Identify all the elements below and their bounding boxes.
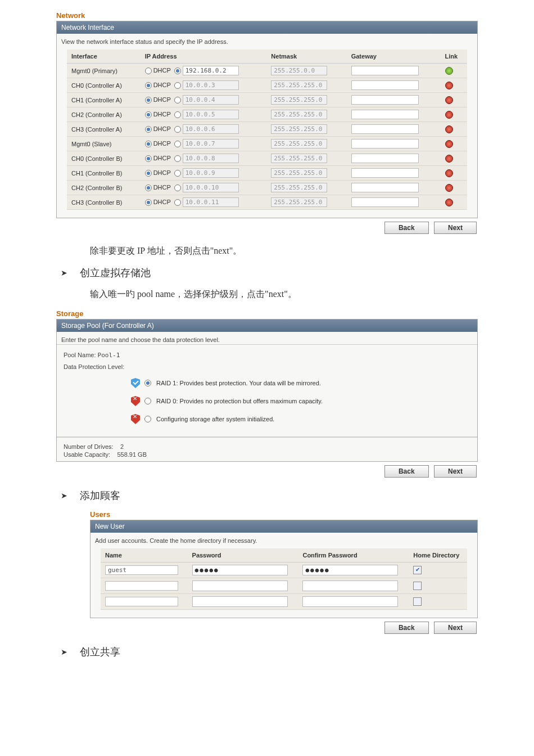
col-netmask: Netmask [266,50,346,64]
ip-input[interactable]: 10.0.0.11 [183,197,239,207]
radio-icon[interactable] [144,398,151,404]
password-cell[interactable] [188,594,298,610]
doc-bullet-1: 创立虚拟存储池 [80,266,151,280]
netmask-cell: 255.255.255.0 [266,195,346,210]
dhcp-radio[interactable] [145,68,152,74]
shield-x-icon [131,396,140,406]
col-interface: Interface [67,50,141,64]
netmask-input[interactable]: 255.255.255.0 [271,139,327,148]
netmask-input[interactable]: 255.255.255.0 [271,80,327,90]
pool-name-value[interactable]: Pool-1 [98,352,120,359]
name-cell[interactable] [101,578,188,594]
ip-input[interactable]: 10.0.0.5 [183,110,239,119]
gateway-input[interactable] [351,154,419,163]
home-directory-cell[interactable] [409,578,467,594]
next-button[interactable]: Next [434,222,477,234]
netmask-input[interactable]: 255.255.255.0 [271,124,327,134]
ip-input[interactable]: 192.168.0.2 [183,66,239,75]
gateway-input[interactable] [351,124,419,134]
gateway-input[interactable] [351,197,419,207]
configure-later-option[interactable]: Configuring storage after system initial… [131,414,470,424]
dhcp-radio[interactable] [145,155,152,162]
static-radio[interactable] [174,126,181,133]
netmask-input[interactable]: 255.255.255.0 [271,183,327,192]
dhcp-radio[interactable] [145,199,152,206]
gateway-input[interactable] [351,139,419,148]
dhcp-label: DHCP [153,125,171,132]
name-cell[interactable] [101,594,188,610]
dhcp-radio[interactable] [145,141,152,147]
back-button[interactable]: Back [384,465,429,478]
static-radio[interactable] [174,199,181,206]
dhcp-radio[interactable] [145,111,152,118]
static-radio[interactable] [174,184,181,191]
users-table: Name Password Confirm Password Home Dire… [101,548,467,610]
next-button[interactable]: Next [434,622,477,634]
gateway-input[interactable] [351,110,419,119]
password-cell[interactable] [188,578,298,594]
link-status-icon [445,111,453,119]
password-cell[interactable]: ●●●●● [188,562,298,578]
netmask-input[interactable]: 255.255.255.0 [271,110,327,119]
radio-icon[interactable] [144,380,151,386]
next-button[interactable]: Next [434,465,477,478]
gateway-input[interactable] [351,80,419,90]
gateway-input[interactable] [351,168,419,178]
netmask-input[interactable]: 255.255.255.0 [271,197,327,207]
interface-cell: CH0 (Controller B) [67,151,141,166]
checkbox-icon[interactable]: ✔ [413,566,422,574]
back-button[interactable]: Back [384,222,429,234]
name-cell[interactable]: guest [101,562,188,578]
ip-input[interactable]: 10.0.0.9 [183,168,239,178]
back-button[interactable]: Back [384,622,429,634]
radio-icon[interactable] [144,416,151,422]
dhcp-radio[interactable] [145,82,152,89]
gateway-input[interactable] [351,95,419,105]
network-heading: Network [56,11,478,20]
netmask-input[interactable]: 255.255.255.0 [271,95,327,105]
home-directory-cell[interactable] [409,594,467,610]
ip-input[interactable]: 10.0.0.10 [183,183,239,192]
shield-x-icon [131,414,140,424]
gateway-input[interactable] [351,66,419,75]
ip-input[interactable]: 10.0.0.4 [183,95,239,105]
link-cell [441,122,467,137]
raid1-option[interactable]: RAID 1: Provides best protection. Your d… [131,378,470,388]
link-status-icon [445,125,453,133]
confirm-password-cell[interactable] [298,594,409,610]
confirm-password-cell[interactable]: ●●●●● [298,562,409,578]
static-radio[interactable] [174,170,181,177]
interface-cell: CH3 (Controller A) [67,122,141,137]
static-radio[interactable] [174,97,181,104]
checkbox-icon[interactable] [413,582,422,590]
netmask-input[interactable]: 255.255.255.0 [271,154,327,163]
gateway-cell [347,195,441,210]
col-name: Name [101,548,188,562]
static-radio[interactable] [174,155,181,162]
ip-input[interactable]: 10.0.0.3 [183,80,239,90]
netmask-input[interactable]: 255.255.0.0 [271,66,327,75]
static-radio[interactable] [174,111,181,118]
dhcp-radio[interactable] [145,184,152,191]
dhcp-label: DHCP [153,169,171,176]
confirm-password-cell[interactable] [298,578,409,594]
ip-input[interactable]: 10.0.0.8 [183,154,239,163]
static-radio[interactable] [174,141,181,147]
static-radio[interactable] [174,82,181,89]
link-cell [441,93,467,107]
dhcp-radio[interactable] [145,97,152,104]
ip-input[interactable]: 10.0.0.7 [183,139,239,148]
raid0-option[interactable]: RAID 0: Provides no protection but offer… [131,396,470,406]
storage-subtext: Enter the pool name and choose the data … [57,332,477,344]
dhcp-radio[interactable] [145,170,152,177]
ip-input[interactable]: 10.0.0.6 [183,124,239,134]
static-radio[interactable] [174,68,181,74]
home-directory-cell[interactable]: ✔ [409,562,467,578]
netmask-input[interactable]: 255.255.255.0 [271,168,327,178]
gateway-input[interactable] [351,183,419,192]
netmask-cell: 255.255.255.0 [266,122,346,137]
dhcp-radio[interactable] [145,126,152,133]
pool-name-label: Pool Name: [64,352,96,358]
link-cell [441,137,467,151]
checkbox-icon[interactable] [413,597,422,606]
